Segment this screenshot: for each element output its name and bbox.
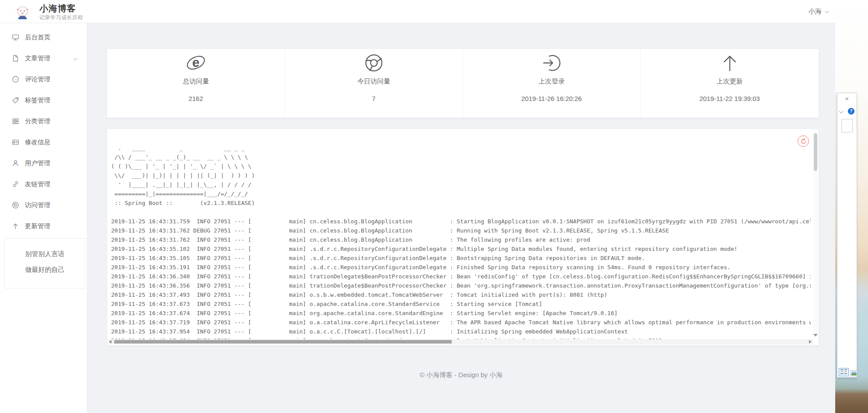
- arrow-up-icon: [12, 222, 19, 230]
- main-content: e 总访问量 2162 今日访问量 7 上次登录 2019-11-26 16:2…: [87, 23, 835, 413]
- sidebar-item-label: 文章管理: [25, 54, 50, 62]
- desktop-wallpaper: × ?: [835, 0, 868, 413]
- sidebar-item-label: 友链管理: [25, 180, 50, 188]
- tag-icon: [12, 97, 19, 104]
- brand-text: 小海博客 记录学习成长历程: [39, 3, 83, 21]
- sidebar-item-categories[interactable]: 分类管理: [0, 111, 87, 132]
- stat-value: 7: [285, 95, 463, 102]
- link-icon: [12, 180, 19, 188]
- svg-text:e: e: [192, 55, 199, 69]
- page-subtitle: 记录学习成长历程: [39, 14, 83, 21]
- sidebar-item-label: 更新管理: [25, 222, 50, 230]
- overlay-toolbar: ?: [837, 108, 857, 115]
- scroll-left-arrow-icon[interactable]: [109, 340, 112, 344]
- stat-label: 总访问量: [107, 77, 285, 86]
- horizontal-scrollbar[interactable]: [108, 339, 813, 344]
- stat-card-last-login: 上次登录 2019-11-26 16:20:26: [463, 49, 641, 118]
- overlay-bottom-toolbar: [839, 368, 858, 376]
- sidebar-item-label: 标签管理: [25, 96, 50, 104]
- log-output: . ____ _ __ _ _ /\\ / ___'_ __ _ _(_)_ _…: [111, 143, 811, 345]
- arrow-up-icon: [720, 53, 740, 73]
- stat-card-last-update: 上次更新 2019-11-22 19:39:03: [641, 49, 819, 118]
- stat-card-today-visits: 今日访问量 7: [285, 49, 463, 118]
- chevron-down-icon: [825, 9, 829, 13]
- sidebar-item-articles[interactable]: 文章管理: [0, 48, 87, 69]
- page-title: 小海博客: [39, 3, 83, 13]
- refresh-icon: [800, 138, 807, 145]
- sidebar: 后台首页 文章管理 评论管理 标签管理 分类管理 修改信息 用户管理 友链管理 …: [0, 23, 87, 413]
- stat-value: 2019-11-26 16:20:26: [463, 95, 641, 102]
- refresh-button[interactable]: [798, 135, 809, 147]
- stats-panel: e 总访问量 2162 今日访问量 7 上次登录 2019-11-26 16:2…: [107, 49, 819, 118]
- overlay-window: × ?: [837, 93, 857, 378]
- sidebar-item-profile[interactable]: 修改信息: [0, 132, 87, 153]
- chevron-down-icon[interactable]: [839, 109, 844, 114]
- sidebar-item-label: 分类管理: [25, 117, 50, 125]
- horizontal-scrollbar-thumb[interactable]: [114, 340, 452, 344]
- brand: 小海博客 记录学习成长历程: [14, 3, 83, 21]
- stat-value: 2019-11-22 19:39:03: [641, 95, 819, 102]
- monitor-icon: [12, 34, 19, 41]
- sidebar-item-dashboard[interactable]: 后台首页: [0, 27, 87, 48]
- sidebar-item-comments[interactable]: 评论管理: [0, 69, 87, 90]
- sidebar-item-tags[interactable]: 标签管理: [0, 90, 87, 111]
- sidebar-menu: 后台首页 文章管理 评论管理 标签管理 分类管理 修改信息 用户管理 友链管理 …: [0, 23, 87, 236]
- scroll-down-arrow-icon[interactable]: [813, 334, 818, 337]
- grid-icon: [12, 118, 19, 125]
- footer-copyright: © 小海博客 - Design by 小海: [87, 371, 835, 379]
- browser-page: 小海博客 记录学习成长历程 小海 后台首页 文章管理 评论管理 标签管理 分类管…: [0, 0, 835, 413]
- stat-label: 上次更新: [641, 77, 819, 86]
- stat-label: 上次登录: [463, 77, 641, 86]
- overlay-input-box[interactable]: [841, 119, 853, 132]
- quote-box: 别管别人言语 做最好的自己: [4, 238, 85, 288]
- scroll-right-arrow-icon[interactable]: [809, 340, 812, 344]
- help-icon[interactable]: ?: [848, 108, 854, 115]
- user-dropdown[interactable]: 小海: [809, 0, 828, 23]
- document-icon: [12, 55, 19, 62]
- compass-icon: [12, 201, 19, 209]
- app-header: 小海博客 记录学习成长历程 小海: [0, 0, 835, 23]
- blog-logo-avatar: [14, 4, 31, 21]
- sidebar-item-label: 修改信息: [25, 138, 50, 146]
- sidebar-item-label: 用户管理: [25, 159, 50, 167]
- stat-value: 2162: [107, 95, 285, 102]
- sidebar-item-links[interactable]: 友链管理: [0, 174, 87, 194]
- screen: 小海博客 记录学习成长历程 小海 后台首页 文章管理 评论管理 标签管理 分类管…: [0, 0, 868, 413]
- sidebar-item-label: 后台首页: [25, 33, 50, 42]
- chevron-down-icon: [73, 56, 78, 61]
- stat-label: 今日访问量: [285, 77, 463, 86]
- vertical-scrollbar[interactable]: [813, 130, 818, 338]
- log-panel: . ____ _ __ _ _ /\\ / ___'_ __ _ _(_)_ _…: [107, 128, 819, 346]
- close-icon[interactable]: ×: [843, 95, 851, 102]
- id-card-icon: [12, 139, 19, 146]
- sidebar-item-updates[interactable]: 更新管理: [0, 215, 87, 236]
- sidebar-item-label: 访问管理: [25, 201, 50, 209]
- chrome-browser-icon: [364, 53, 384, 73]
- stat-card-total-visits: e 总访问量 2162: [107, 49, 285, 118]
- sidebar-item-users[interactable]: 用户管理: [0, 153, 87, 174]
- ie-browser-icon: e: [186, 53, 206, 73]
- user-name: 小海: [809, 7, 822, 16]
- vertical-scrollbar-thumb[interactable]: [814, 133, 817, 171]
- quote-line-1: 别管别人言语: [5, 250, 85, 257]
- sidebar-item-label: 评论管理: [25, 75, 50, 83]
- comment-icon: [12, 76, 19, 83]
- list-view-icon[interactable]: [839, 368, 849, 376]
- user-icon: [12, 160, 19, 167]
- sidebar-item-visits[interactable]: 访问管理: [0, 194, 87, 215]
- image-thumbnail-icon[interactable]: [850, 370, 858, 376]
- login-icon: [541, 53, 561, 73]
- quote-line-2: 做最好的自己: [5, 266, 85, 273]
